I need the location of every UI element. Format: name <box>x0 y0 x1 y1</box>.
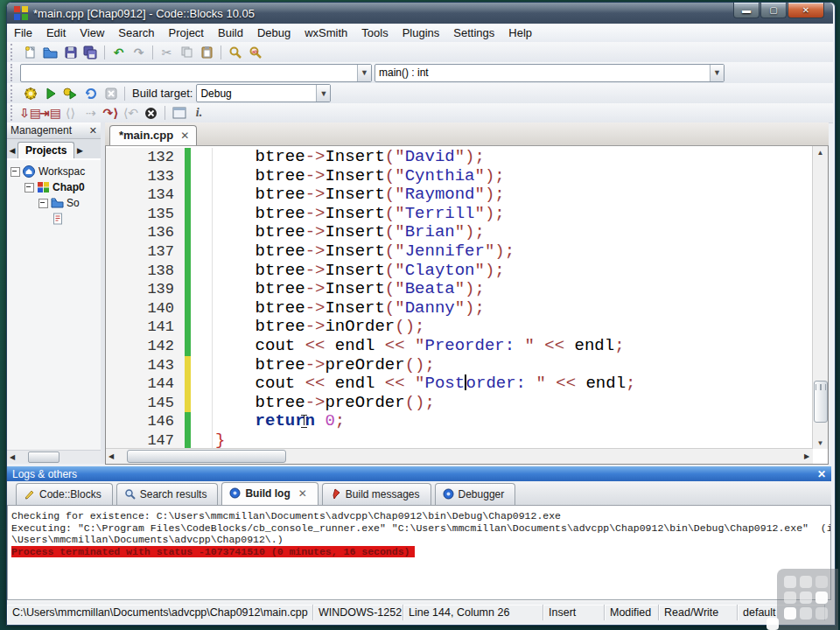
change-marker <box>185 262 191 281</box>
code-line-132[interactable]: 132 btree->Insert("David"); <box>106 148 813 167</box>
fold-margin <box>191 186 213 205</box>
debug-info-button[interactable]: i. <box>190 105 208 122</box>
symbol-combobox[interactable]: main() : int▼ <box>374 64 724 82</box>
fold-margin <box>191 167 213 186</box>
code-line-147[interactable]: 147} <box>106 431 813 449</box>
step-out-button[interactable]: ⟨↶ <box>122 105 140 122</box>
code-line-139[interactable]: 139 btree->Insert("Beata"); <box>106 280 813 299</box>
tree-item-so[interactable]: So <box>7 195 101 211</box>
tab-scroll-right-icon[interactable]: ▶ <box>74 146 85 158</box>
menu-edit[interactable]: Edit <box>39 24 73 41</box>
close-button[interactable]: ✕ <box>788 3 824 18</box>
editor-hscrollbar[interactable]: ◀ ▶ <box>106 448 813 464</box>
tree-item-file[interactable] <box>7 211 101 227</box>
build-button[interactable] <box>21 85 39 102</box>
code-line-137[interactable]: 137 btree->Insert("Jennifer"); <box>106 242 813 262</box>
rebuild-button[interactable] <box>81 85 100 102</box>
open-file-button[interactable] <box>41 44 60 60</box>
menu-search[interactable]: Search <box>111 24 161 41</box>
build-and-run-button[interactable] <box>61 85 80 102</box>
debug-continue-button[interactable]: ⇩▤ <box>21 105 39 122</box>
menu-view[interactable]: View <box>73 24 111 41</box>
menu-tools[interactable]: Tools <box>354 24 395 41</box>
chevron-down-icon[interactable]: ▼ <box>710 65 724 81</box>
tab-scroll-left-icon[interactable]: ◀ <box>7 146 18 158</box>
tree-item-workspac[interactable]: Workspac <box>7 164 101 179</box>
undo-button[interactable]: ↶ <box>109 44 128 60</box>
toolbar-grip[interactable] <box>10 44 18 60</box>
run-to-cursor-button[interactable]: ⇥▤ <box>41 105 60 122</box>
code-line-136[interactable]: 136 btree->Insert("Brian"); <box>106 223 813 242</box>
find-button[interactable] <box>226 44 244 60</box>
line-number: 132 <box>106 148 185 167</box>
stop-debugger-button[interactable] <box>142 105 160 122</box>
expander-icon[interactable] <box>38 199 48 208</box>
debugging-windows-button[interactable] <box>170 105 188 122</box>
maximize-button[interactable]: ▢ <box>760 3 787 18</box>
code-line-142[interactable]: 142 cout << endl << "Preorder: " << endl… <box>106 337 813 356</box>
copy-icon[interactable] <box>178 44 196 60</box>
menu-plugins[interactable]: Plugins <box>396 24 447 41</box>
menu-settings[interactable]: Settings <box>446 24 501 41</box>
tree-item-chap0[interactable]: Chap0 <box>7 179 101 195</box>
tab-code-blocks[interactable]: Code::Blocks <box>16 483 113 505</box>
chevron-down-icon[interactable]: ▼ <box>316 85 330 102</box>
close-icon[interactable]: ✕ <box>817 468 826 480</box>
tab-build-messages[interactable]: Build messages <box>322 483 431 505</box>
abort-button[interactable] <box>102 85 120 102</box>
paste-button[interactable] <box>198 44 216 60</box>
toolbar-grip[interactable] <box>10 85 18 101</box>
close-tab-icon[interactable]: ✕ <box>180 130 189 142</box>
run-button[interactable] <box>41 85 60 102</box>
code-line-144[interactable]: 144 cout << endl << "Postorder: " << end… <box>106 374 813 394</box>
redo-button[interactable]: ↷ <box>130 44 148 60</box>
menu-file[interactable]: File <box>7 24 39 41</box>
save-all-button[interactable] <box>81 44 100 60</box>
code-line-140[interactable]: 140 btree->Insert("Danny"); <box>106 299 813 318</box>
menu-build[interactable]: Build <box>211 24 250 41</box>
change-marker <box>185 167 191 186</box>
fold-margin <box>191 299 213 318</box>
code-line-134[interactable]: 134 btree->Insert("Raymond"); <box>106 186 813 205</box>
close-tab-icon[interactable]: ✕ <box>298 487 307 500</box>
chevron-down-icon[interactable]: ▼ <box>357 65 371 81</box>
build-target-combobox[interactable]: Debug▼ <box>196 84 331 102</box>
close-icon[interactable]: ✕ <box>89 125 97 136</box>
management-hscrollbar[interactable]: ◀ <box>7 450 101 464</box>
tab-debugger[interactable]: Debugger <box>435 483 516 505</box>
tab-build-log[interactable]: Build log✕ <box>221 482 318 505</box>
code-line-143[interactable]: 143 btree->preOrder(); <box>106 356 813 375</box>
scope-combobox[interactable]: ▼ <box>20 64 372 82</box>
code-area[interactable]: 132 btree->Insert("David");133 btree->In… <box>106 146 813 449</box>
search-icon <box>124 488 136 500</box>
code-line-145[interactable]: 145 btree->preOrder(); <box>106 394 813 413</box>
fold-margin <box>191 356 213 375</box>
menu-help[interactable]: Help <box>501 24 539 41</box>
code-line-138[interactable]: 138 btree->Insert("Clayton"); <box>106 262 813 281</box>
toolbar-grip[interactable] <box>10 64 18 80</box>
minimize-button[interactable]: ▬ <box>733 3 760 18</box>
tab-search-results[interactable]: Search results <box>116 483 219 505</box>
log-line: \Users\mmcmillan\Documents\advcpp\Chap09… <box>11 534 830 546</box>
menu-project[interactable]: Project <box>162 24 211 41</box>
toolbar-grip[interactable] <box>10 105 18 121</box>
tab-projects[interactable]: Projects <box>18 142 74 158</box>
tab-main-cpp[interactable]: *main.cpp ✕ <box>109 125 197 145</box>
new-file-button[interactable] <box>21 44 39 60</box>
replace-button[interactable]: ab <box>246 44 264 60</box>
save-button[interactable] <box>61 44 80 60</box>
menu-debug[interactable]: Debug <box>250 24 298 41</box>
code-line-135[interactable]: 135 btree->Insert("Terrill"); <box>106 205 813 224</box>
code-line-146[interactable]: 146 return 0; <box>106 412 813 431</box>
code-line-141[interactable]: 141 btree->inOrder(); <box>106 318 813 337</box>
editor-vscrollbar[interactable]: ▲ ▼ <box>812 146 828 449</box>
cut-icon[interactable]: ✂ <box>158 44 176 60</box>
step-over-button[interactable]: ⇢ <box>81 105 100 122</box>
change-marker <box>185 242 191 262</box>
expander-icon[interactable] <box>24 183 34 192</box>
code-line-133[interactable]: 133 btree->Insert("Cynthia"); <box>106 167 813 186</box>
next-line-button[interactable]: ⟨⟩ <box>61 105 80 122</box>
step-into-button[interactable]: ↷⟩ <box>102 105 120 122</box>
menu-wxsmith[interactable]: wxSmith <box>298 24 354 41</box>
expander-icon[interactable] <box>10 167 20 177</box>
